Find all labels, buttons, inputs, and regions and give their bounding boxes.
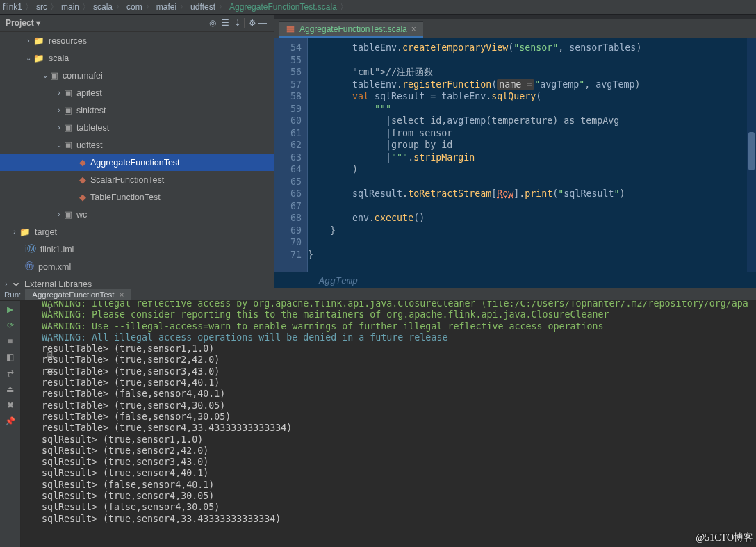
pkg-icon: ▣ bbox=[64, 122, 72, 133]
code-area[interactable]: tableEnv.createTemporaryView("sensor", s… bbox=[308, 42, 746, 261]
breadcrumb-segment[interactable]: AggregateFunctionTest.scala bbox=[229, 2, 337, 12]
breadcrumb-segment[interactable]: scala bbox=[93, 2, 113, 12]
console-line: WARNING: All illegal access operations w… bbox=[42, 332, 752, 343]
expand-arrow[interactable]: ⌄ bbox=[24, 54, 33, 62]
rerun-icon[interactable]: ▶ bbox=[0, 301, 20, 317]
tree-label: resources bbox=[49, 36, 87, 46]
console-line: sqlResult> (true,sensor4,30.05) bbox=[42, 491, 752, 502]
breadcrumb-segment[interactable]: udftest bbox=[190, 2, 215, 12]
console-line: WARNING: Please consider reporting this … bbox=[42, 309, 752, 320]
tree-label: ScalarFunctionTest bbox=[90, 175, 164, 185]
console-line: WARNING: Use --illegal-access=warn to en… bbox=[42, 321, 752, 332]
breadcrumb-segment[interactable]: mafei bbox=[156, 2, 176, 12]
tree-label: com.mafei bbox=[63, 71, 103, 81]
console-line: resultTable> (true,sensor4,40.1) bbox=[42, 377, 752, 389]
expand-arrow[interactable]: ⌄ bbox=[40, 72, 50, 79]
pkg-icon: ▣ bbox=[64, 140, 72, 150]
code-editor[interactable]: 545556575859606162636465666768697071 tab… bbox=[274, 38, 756, 288]
tree-label: target bbox=[35, 227, 57, 237]
tree-label: pom.xml bbox=[38, 262, 71, 272]
hide-icon[interactable]: — bbox=[256, 18, 269, 28]
gutter: 545556575859606162636465666768697071 bbox=[274, 38, 308, 272]
tree-label: scala bbox=[49, 54, 69, 63]
project-tree[interactable]: ›📁resources⌄📁scala⌄▣com.mafei›▣apitest›▣… bbox=[0, 32, 274, 288]
expand-arrow[interactable]: › bbox=[54, 89, 64, 97]
tree-label: wc bbox=[76, 210, 87, 220]
tree-sinktest[interactable]: ›▣sinktest bbox=[0, 101, 274, 119]
breadcrumb-hint: AggTemp bbox=[308, 274, 756, 288]
run-tab[interactable]: AggregateFunctionTest × bbox=[25, 289, 131, 300]
layout-icon[interactable]: ⇄ bbox=[0, 365, 20, 381]
scroll-thumb[interactable] bbox=[748, 132, 755, 170]
breadcrumb: flink1〉src〉main〉scala〉com〉mafei〉udftest〉… bbox=[0, 0, 756, 15]
breadcrumb-segment[interactable]: flink1 bbox=[3, 2, 22, 12]
project-title[interactable]: Project ▾ bbox=[6, 18, 206, 28]
tree-External-Libraries[interactable]: ›⫘External Libraries bbox=[0, 275, 274, 288]
cls-icon: ◆ bbox=[79, 192, 86, 202]
tree-com-mafei[interactable]: ⌄▣com.mafei bbox=[0, 67, 274, 84]
console-line: resultTable> (true,sensor1,1.0) bbox=[42, 343, 752, 354]
pkg-icon: ▣ bbox=[50, 70, 58, 81]
editor-scrollbar[interactable] bbox=[747, 38, 756, 272]
tree-ScalarFunctionTest[interactable]: ◆ScalarFunctionTest bbox=[0, 171, 274, 188]
console-line: resultTable> (true,sensor4,33.4333333333… bbox=[42, 423, 752, 434]
tree-tabletest[interactable]: ›▣tabletest bbox=[0, 119, 274, 136]
breadcrumb-segment[interactable]: main bbox=[61, 2, 79, 12]
tree-label: apitest bbox=[76, 88, 102, 98]
close-icon[interactable]: × bbox=[120, 291, 124, 299]
tree-TableFunctionTest[interactable]: ◆TableFunctionTest bbox=[0, 188, 274, 206]
project-header: Project ▾ ◎ ☰ ⇣ ⚙ — bbox=[0, 15, 274, 32]
tab-label: AggregateFunctionTest.scala bbox=[299, 24, 407, 34]
run-icon[interactable]: ⟳ bbox=[0, 317, 20, 333]
src-icon: 📁 bbox=[19, 227, 31, 237]
svg-rect-1 bbox=[287, 28, 295, 31]
console-line: sqlResult> (true,sensor2,42.0) bbox=[42, 446, 752, 457]
console-line: sqlResult> (false,sensor4,40.1) bbox=[42, 480, 752, 491]
locate-icon[interactable]: ◎ bbox=[206, 18, 219, 28]
console-line: sqlResult> (true,sensor1,1.0) bbox=[42, 434, 752, 446]
console-line: sqlResult> (true,sensor4,33.433333333333… bbox=[42, 514, 752, 525]
tree-label: External Libraries bbox=[24, 279, 92, 288]
trash-icon[interactable]: ✖ bbox=[0, 397, 20, 413]
tree-apitest[interactable]: ›▣apitest bbox=[0, 84, 274, 101]
flatten-icon[interactable]: ☰ bbox=[219, 18, 231, 28]
run-tab-label: AggregateFunctionTest bbox=[32, 291, 114, 299]
iml-icon: iⓂ bbox=[25, 243, 36, 255]
lib-icon: ⫘ bbox=[11, 279, 20, 288]
watermark: @51CTO博客 bbox=[696, 532, 753, 544]
tree-flink1-iml[interactable]: iⓂflink1.iml bbox=[0, 240, 274, 258]
expand-arrow[interactable]: › bbox=[1, 280, 11, 288]
tree-target[interactable]: ›📁target bbox=[0, 223, 274, 240]
scala-file-icon bbox=[286, 24, 295, 34]
stop-icon[interactable]: ■ bbox=[0, 333, 20, 349]
tree-wc[interactable]: ›▣wc bbox=[0, 206, 274, 223]
expand-arrow[interactable]: ⌄ bbox=[54, 141, 64, 149]
tree-AggregateFunctionTest[interactable]: ◆AggregateFunctionTest bbox=[0, 154, 274, 171]
camera-icon[interactable]: ◧ bbox=[0, 349, 20, 365]
expand-arrow[interactable]: › bbox=[24, 37, 33, 44]
expand-arrow[interactable]: › bbox=[54, 124, 64, 131]
expand-arrow[interactable]: › bbox=[54, 211, 64, 218]
tree-label: sinktest bbox=[76, 106, 106, 115]
cls-icon: ◆ bbox=[79, 157, 86, 168]
svg-rect-2 bbox=[287, 31, 295, 33]
tree-udftest[interactable]: ⌄▣udftest bbox=[0, 136, 274, 154]
tab-aggregate[interactable]: AggregateFunctionTest.scala × bbox=[279, 21, 423, 38]
tree-scala[interactable]: ⌄📁scala bbox=[0, 49, 274, 67]
run-console[interactable]: ↑ ↓ ⤶ 🖶 ☰ WARNING: Illegal reflective ac… bbox=[21, 301, 756, 547]
pin-icon[interactable]: 📌 bbox=[0, 413, 20, 429]
expand-arrow[interactable]: › bbox=[54, 106, 64, 114]
breadcrumb-segment[interactable]: com bbox=[126, 2, 142, 12]
tree-pom-xml[interactable]: ⓜpom.xml bbox=[0, 258, 274, 275]
console-line: resultTable> (true,sensor4,30.05) bbox=[42, 400, 752, 411]
exit-icon[interactable]: ⏏ bbox=[0, 381, 20, 397]
breadcrumb-segment[interactable]: src bbox=[36, 2, 47, 12]
close-icon[interactable]: × bbox=[411, 24, 416, 34]
tree-resources[interactable]: ›📁resources bbox=[0, 32, 274, 49]
expand-arrow[interactable]: › bbox=[10, 228, 19, 236]
tree-label: TableFunctionTest bbox=[90, 193, 161, 202]
scrollto-icon[interactable]: ⇣ bbox=[231, 18, 244, 28]
pkg-icon: ▣ bbox=[64, 209, 72, 220]
pkg-icon: ▣ bbox=[64, 105, 72, 115]
settings-icon[interactable]: ⚙ bbox=[244, 18, 256, 28]
